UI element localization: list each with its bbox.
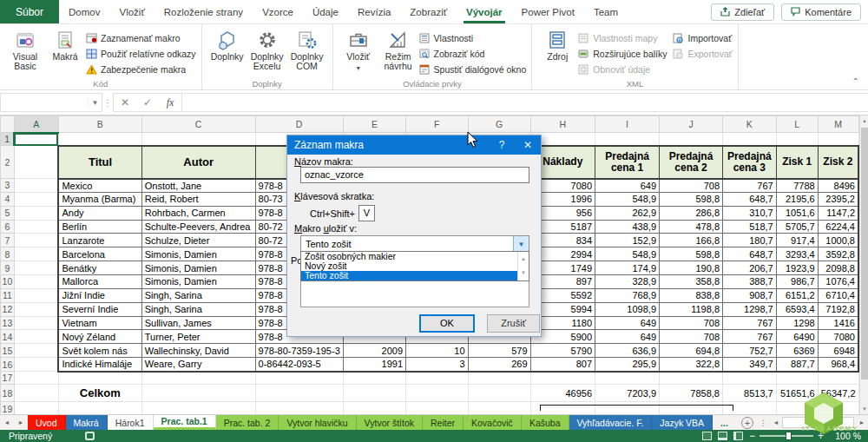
sheet-tab-6[interactable]: Vytvor hlavičku [279, 415, 356, 430]
comments-button[interactable]: Komentáre [781, 3, 861, 21]
column-header-F[interactable]: F [406, 116, 469, 133]
sheet-tab-4[interactable]: Prac. tab.1 [154, 415, 216, 430]
row-header-8[interactable]: 8 [1, 247, 15, 261]
cell-I7[interactable]: 152,9 [595, 234, 660, 247]
name-box[interactable]: ▼ [0, 93, 102, 112]
cell-C17[interactable] [141, 372, 255, 385]
sheet-tab-9[interactable]: Kovačovič [464, 415, 522, 430]
row-header-6[interactable]: 6 [1, 220, 15, 234]
cell-B8[interactable]: Barcelona [58, 247, 141, 261]
cell-M15[interactable]: 6948 [818, 344, 858, 358]
cell-B13[interactable]: Vietnam [58, 316, 141, 330]
row-header-7[interactable]: 7 [1, 234, 15, 247]
cell-I6[interactable]: 438,9 [595, 220, 660, 234]
cell-L11[interactable]: 6151,2 [776, 288, 818, 302]
cell-K8[interactable]: 648,7 [723, 247, 777, 261]
cell-J17[interactable] [660, 372, 723, 385]
dialog-title-bar[interactable]: Záznam makra ? ✕ [287, 135, 541, 155]
cell-A19[interactable] [14, 402, 58, 414]
cell-H16[interactable]: 807 [530, 358, 595, 372]
cell-D15[interactable]: 978-80-7359-195-3 [255, 344, 343, 358]
ribbon-tab-4[interactable]: Vzorce [253, 0, 303, 23]
cell-A13[interactable] [14, 316, 58, 330]
page-layout-view-icon[interactable] [718, 432, 727, 440]
cell-F16[interactable]: 3 [406, 358, 469, 372]
cell-L9[interactable]: 1923,9 [776, 261, 818, 275]
cell-L10[interactable]: 986,7 [776, 275, 818, 289]
column-header-J[interactable]: J [660, 116, 723, 133]
cell-C15[interactable]: Wallechinsky, David [141, 344, 255, 358]
cell-L3[interactable]: 7788 [776, 179, 818, 193]
cell-K10[interactable]: 388,7 [723, 275, 777, 289]
cell-M13[interactable]: 1416 [818, 316, 858, 330]
cancel-entry-icon[interactable]: ✕ [114, 96, 136, 109]
sheet-tab-12[interactable]: Jazyk VBA [652, 415, 713, 430]
cell-A12[interactable] [14, 302, 58, 316]
ribbon-tab-10[interactable]: Team [584, 0, 628, 23]
properties-button[interactable]: Vlastnosti [418, 31, 527, 44]
cell-L14[interactable]: 6490 [776, 330, 818, 344]
cell-B5[interactable]: Andy [58, 206, 141, 220]
cell-G17[interactable] [468, 372, 530, 385]
cell-L4[interactable]: 2195,6 [776, 192, 818, 206]
cell-I4[interactable]: 548,9 [595, 192, 660, 206]
row-header-12[interactable]: 12 [1, 302, 15, 316]
column-header-H[interactable]: H [530, 116, 595, 133]
cell-B15[interactable]: Svět kolem nás [58, 344, 141, 358]
column-header-L[interactable]: L [776, 116, 818, 133]
ribbon-tab-8[interactable]: Vývojár [457, 0, 512, 23]
cell-A5[interactable] [14, 206, 58, 220]
sheet-nav-right-icon[interactable]: ► [14, 415, 28, 430]
cell-L15[interactable]: 6369 [776, 344, 818, 358]
row-header-17[interactable]: 17 [1, 372, 15, 385]
ribbon-tab-6[interactable]: Revízia [348, 0, 400, 23]
cell-C10[interactable]: Simonis, Damien [141, 275, 255, 289]
cell-L16[interactable]: 887,7 [776, 358, 818, 372]
cell-I17[interactable] [595, 372, 660, 385]
sheet-tab-1[interactable]: Uvod [28, 415, 66, 430]
cell-K2[interactable]: Predajná cena 3 [723, 146, 777, 179]
cell-I3[interactable]: 649 [595, 179, 660, 193]
shortcut-key-input[interactable]: V [358, 205, 375, 221]
cell-J1[interactable] [660, 133, 723, 146]
zoom-slider-handle[interactable] [786, 432, 792, 440]
cell-B3[interactable]: Mexico [58, 179, 141, 193]
hscroll-left-icon[interactable]: ◄ [770, 419, 782, 426]
cell-I15[interactable]: 636,9 [595, 344, 660, 358]
dropdown-option-3[interactable]: Tento zošit [301, 271, 517, 280]
cell-J10[interactable]: 358,8 [660, 275, 723, 289]
sheet-tab-8[interactable]: Reiter [423, 415, 464, 430]
cell-M5[interactable]: 1147,2 [818, 206, 858, 220]
column-header-A[interactable]: A [14, 116, 58, 133]
cell-A8[interactable] [14, 247, 58, 261]
row-header-10[interactable]: 10 [1, 275, 15, 289]
cell-F19[interactable] [406, 402, 469, 414]
cell-L6[interactable]: 5705,7 [776, 220, 818, 234]
cell-I18[interactable]: 7203,9 [595, 385, 660, 402]
row-header-9[interactable]: 9 [1, 261, 15, 275]
cell-K15[interactable]: 752,7 [723, 344, 777, 358]
cell-M7[interactable]: 1000,8 [818, 234, 858, 247]
cell-D18[interactable] [255, 385, 343, 402]
formula-input[interactable] [182, 93, 868, 112]
collapse-ribbon-icon[interactable]: ⌃ [852, 76, 859, 86]
cell-A11[interactable] [14, 288, 58, 302]
cell-B7[interactable]: Lanzarote [58, 234, 141, 247]
combobox-dropdown-icon[interactable]: ▼ [513, 236, 529, 252]
cell-L5[interactable]: 1051,6 [776, 206, 818, 220]
row-header-3[interactable]: 3 [1, 179, 15, 193]
cell-B4[interactable]: Myanma (Barma) [58, 192, 141, 206]
sheet-tab-2[interactable]: Makrá [66, 415, 108, 430]
sheet-tab-10[interactable]: Kašuba [522, 415, 569, 430]
row-header-11[interactable]: 11 [1, 288, 15, 302]
cell-C14[interactable]: Turner, Peter [141, 330, 255, 344]
cell-C8[interactable]: Simonis, Damien [141, 247, 255, 261]
cell-H18[interactable]: 46956 [530, 385, 595, 402]
dropdown-scroll-down-icon[interactable]: ▼ [518, 266, 529, 280]
cell-A15[interactable] [14, 344, 58, 358]
cell-C4[interactable]: Reid, Robert [141, 192, 255, 206]
visual-basic-button[interactable]: Visual Basic [5, 27, 45, 71]
row-header-15[interactable]: 15 [1, 344, 15, 358]
ok-button[interactable]: OK [419, 314, 475, 333]
cell-K14[interactable]: 767 [723, 330, 777, 344]
